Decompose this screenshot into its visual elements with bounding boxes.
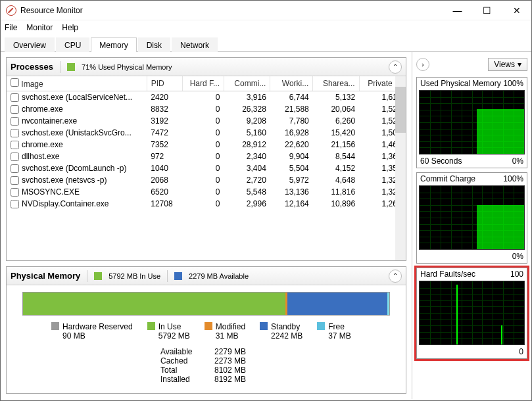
physical-memory-panel: Physical Memory 5792 MB In Use 2279 MB A… [6,266,406,394]
row-checkbox[interactable] [11,176,19,185]
row-checkbox[interactable] [11,93,19,102]
chart3-max: 100 [510,270,523,279]
avail-swatch-icon [174,272,182,280]
scrollbar[interactable] [395,76,406,260]
table-row[interactable]: svchost.exe (UnistackSvcGro...747205,160… [7,127,406,139]
inuse-swatch-icon [94,272,102,280]
menubar: File Monitor Help [1,20,531,35]
chart-hard-faults: Hard Faults/sec100 0 [416,268,527,359]
legend-standby: Standby2242 MB [260,322,302,341]
maximize-button[interactable]: ☐ [472,1,502,20]
table-row[interactable]: svchost.exe (LocalServiceNet...242003,91… [7,91,406,104]
tab-overview[interactable]: Overview [5,37,55,52]
row-checkbox[interactable] [11,105,19,114]
membar-inuse [23,293,285,315]
memory-stats: Available2279 MB Cached2273 MB Total8102… [160,347,390,384]
chart2-min: 0% [512,252,523,261]
menu-file[interactable]: File [5,23,17,32]
avail-label: 2279 MB Available [189,272,249,280]
row-checkbox[interactable] [11,153,19,161]
table-row[interactable]: svchost.exe (DcomLaunch -p)104003,4045,5… [7,162,406,174]
cyan-swatch-icon [317,322,325,330]
chart1-max: 100% [503,79,523,88]
tab-bar: Overview CPU Memory Disk Network [1,35,531,52]
row-checkbox[interactable] [11,200,19,208]
tab-disk[interactable]: Disk [138,37,170,52]
row-checkbox[interactable] [11,188,19,197]
chart1-xlabel: 60 Seconds [420,156,462,166]
gray-swatch-icon [51,322,59,330]
green-swatch-icon [147,322,155,330]
table-row[interactable]: chrome.exe7352028,91222,62021,1561,464 [7,139,406,151]
table-row[interactable]: MSOSYNC.EXE652005,54813,13611,8161,320 [7,186,406,198]
col-hard[interactable]: Hard F... [182,76,224,91]
table-row[interactable]: svchost.exe (netsvcs -p)206802,7205,9724… [7,174,406,186]
process-table: Image PID Hard F... Commi... Worki... Sh… [7,76,406,210]
titlebar: Resource Monitor — ☐ ✕ [1,1,531,20]
memory-legend: Hardware Reserved90 MB In Use5792 MB Mod… [51,322,390,341]
chart-commit-charge: Commit Charge100% 0% [416,172,527,264]
left-pane: Processes 71% Used Physical Memory ⌃ Ima… [1,52,412,399]
chart3-title: Hard Faults/sec [420,270,475,279]
window-controls: — ☐ ✕ [443,1,531,20]
col-working[interactable]: Worki... [270,76,313,91]
scrollbar-thumb[interactable] [395,87,406,133]
physical-body: Hardware Reserved90 MB In Use5792 MB Mod… [7,285,406,393]
window-title: Resource Monitor [20,6,443,15]
physical-header[interactable]: Physical Memory 5792 MB In Use 2279 MB A… [7,267,406,285]
row-checkbox[interactable] [11,129,19,137]
select-all-checkbox[interactable] [11,78,19,87]
table-row[interactable]: nvcontainer.exe319209,2087,7806,2601,520 [7,115,406,127]
chart3-min: 0 [519,347,523,356]
chart3-area [419,281,525,345]
chart1-min: 0% [512,156,523,166]
chart2-title: Commit Charge [420,174,475,183]
chart2-area [419,185,525,250]
row-checkbox[interactable] [11,117,19,126]
menu-help[interactable]: Help [62,23,78,32]
col-pid[interactable]: PID [147,76,182,91]
app-window: Resource Monitor — ☐ ✕ File Monitor Help… [0,0,532,401]
table-row[interactable]: NVDisplay.Container.exe1270802,99612,164… [7,198,406,210]
orange-swatch-icon [205,322,212,330]
processes-title: Processes [11,62,53,72]
app-icon [6,5,16,16]
menu-monitor[interactable]: Monitor [26,23,53,32]
processes-header[interactable]: Processes 71% Used Physical Memory ⌃ [7,58,406,76]
legend-modified: Modified31 MB [205,322,245,341]
tab-memory[interactable]: Memory [91,37,136,52]
collapse-icon[interactable]: ⌃ [389,270,402,283]
blue-swatch-icon [260,322,268,330]
chart1-area [419,90,525,154]
close-button[interactable]: ✕ [502,1,531,20]
legend-hardware: Hardware Reserved90 MB [51,322,133,341]
col-shareable[interactable]: Sharea... [313,76,359,91]
usage-label: 71% Used Physical Memory [82,63,172,71]
membar-free [387,293,389,315]
usage-swatch-icon [67,63,75,71]
collapse-icon[interactable]: ⌃ [389,60,402,74]
right-pane: › Views ▾ Used Physical Memory100% 60 Se… [412,52,531,399]
process-table-wrap: Image PID Hard F... Commi... Worki... Sh… [7,76,406,260]
views-button[interactable]: Views ▾ [488,58,527,71]
physical-title: Physical Memory [11,271,80,281]
row-checkbox[interactable] [11,141,19,149]
col-image[interactable]: Image [7,76,147,91]
tab-network[interactable]: Network [172,37,218,52]
chart2-max: 100% [503,174,523,183]
processes-panel: Processes 71% Used Physical Memory ⌃ Ima… [6,57,406,261]
row-checkbox[interactable] [11,164,19,173]
membar-standby [287,293,387,315]
memory-bar [22,292,390,316]
table-row[interactable]: chrome.exe8832026,32821,58820,0641,524 [7,103,406,115]
collapse-right-icon[interactable]: › [416,58,429,71]
minimize-button[interactable]: — [443,1,472,20]
tab-cpu[interactable]: CPU [56,37,89,52]
col-commit[interactable]: Commi... [224,76,270,91]
right-toolbar: › Views ▾ [416,56,527,73]
table-row[interactable]: dllhost.exe97202,3409,9048,5441,360 [7,151,406,162]
content: Processes 71% Used Physical Memory ⌃ Ima… [1,52,531,399]
legend-inuse: In Use5792 MB [147,322,190,341]
inuse-label: 5792 MB In Use [109,272,160,280]
chart-used-physical: Used Physical Memory100% 60 Seconds0% [416,77,527,168]
